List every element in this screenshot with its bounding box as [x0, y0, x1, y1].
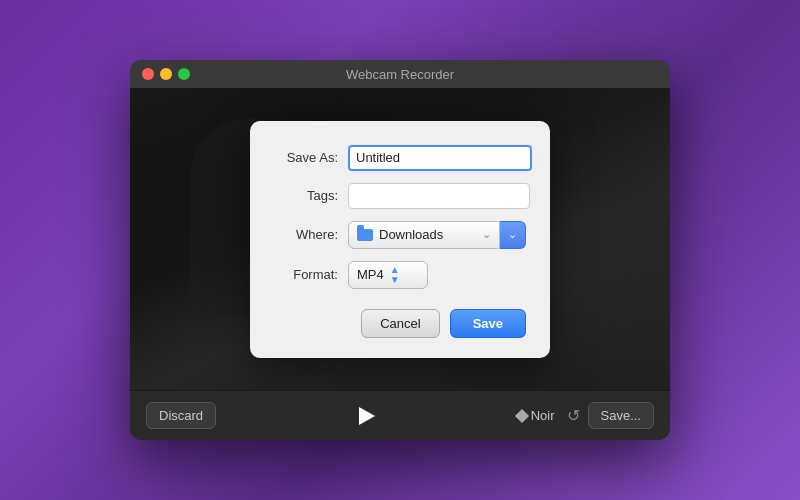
- save-button[interactable]: Save: [450, 309, 526, 338]
- app-window: Webcam Recorder Save As: Tags: Where:: [130, 60, 670, 440]
- toolbar-left: Discard: [146, 402, 216, 429]
- format-dropdown[interactable]: MP4 ▲ ▼: [348, 261, 428, 289]
- discard-button[interactable]: Discard: [146, 402, 216, 429]
- tags-label: Tags:: [274, 188, 338, 203]
- where-label: Where:: [274, 227, 338, 242]
- tags-input[interactable]: [348, 183, 530, 209]
- where-chevron-inline: ⌄: [482, 228, 491, 241]
- close-button[interactable]: [142, 68, 154, 80]
- where-container: Downloads ⌄ ⌄: [348, 221, 526, 249]
- traffic-lights: [142, 68, 190, 80]
- noir-button[interactable]: Noir: [517, 408, 555, 423]
- minimize-button[interactable]: [160, 68, 172, 80]
- tags-row: Tags:: [274, 183, 526, 209]
- save-dialog: Save As: Tags: Where: Downloads ⌄: [250, 121, 550, 358]
- where-expand-button[interactable]: ⌄: [500, 221, 526, 249]
- video-area: Save As: Tags: Where: Downloads ⌄: [130, 88, 670, 390]
- noir-icon: [515, 408, 529, 422]
- toolbar-right: Noir ↺ Save...: [517, 402, 654, 429]
- maximize-button[interactable]: [178, 68, 190, 80]
- noir-label: Noir: [531, 408, 555, 423]
- where-value: Downloads: [379, 227, 443, 242]
- expand-icon: ⌄: [508, 228, 517, 241]
- where-dropdown[interactable]: Downloads ⌄: [348, 221, 500, 249]
- toolbar-center: [348, 398, 384, 434]
- titlebar: Webcam Recorder: [130, 60, 670, 88]
- save-as-label: Save As:: [274, 150, 338, 165]
- window-title: Webcam Recorder: [346, 67, 454, 82]
- play-icon: [359, 407, 375, 425]
- where-row: Where: Downloads ⌄ ⌄: [274, 221, 526, 249]
- play-button[interactable]: [348, 398, 384, 434]
- save-as-row: Save As:: [274, 145, 526, 171]
- cancel-button[interactable]: Cancel: [361, 309, 439, 338]
- refresh-icon[interactable]: ↺: [567, 406, 580, 425]
- save-as-input[interactable]: [348, 145, 532, 171]
- modal-overlay: Save As: Tags: Where: Downloads ⌄: [130, 88, 670, 390]
- folder-icon: [357, 229, 373, 241]
- format-label: Format:: [274, 267, 338, 282]
- format-chevrons: ▲ ▼: [390, 265, 400, 285]
- toolbar-save-button[interactable]: Save...: [588, 402, 654, 429]
- toolbar: Discard Noir ↺ Save...: [130, 390, 670, 440]
- format-value: MP4: [357, 267, 384, 282]
- modal-buttons: Cancel Save: [274, 309, 526, 338]
- format-row: Format: MP4 ▲ ▼: [274, 261, 526, 289]
